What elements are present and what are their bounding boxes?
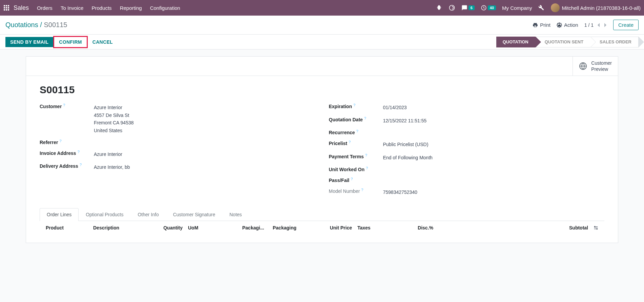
pricelist-label: Pricelist [329, 141, 347, 146]
th-optional-columns[interactable] [591, 225, 601, 230]
th-taxes[interactable]: Taxes [355, 225, 409, 230]
status-quotation-sent[interactable]: QUOTATION SENT [535, 37, 590, 47]
th-unit-price[interactable]: Unit Price [324, 225, 355, 230]
svg-rect-2 [8, 5, 9, 6]
user-name: Mitchell Admin (21870383-16-0-all) [562, 5, 641, 11]
order-lines-table-header: Product Description Quantity UoM Packagi… [40, 221, 604, 235]
svg-rect-3 [4, 7, 5, 8]
support-icon[interactable] [449, 4, 455, 11]
send-by-email-button[interactable]: SEND BY EMAIL [5, 37, 53, 47]
th-uom[interactable]: UoM [185, 225, 240, 230]
activities-icon[interactable]: 40 [481, 4, 496, 11]
record-title: S00115 [40, 84, 604, 96]
recurrence-label: Recurrence [329, 130, 355, 135]
statusbar: QUOTATION QUOTATION SENT SALES ORDER [496, 37, 639, 47]
pager: 1 / 1 [584, 22, 607, 28]
delivery-address-value[interactable]: Azure Interior, bb [94, 163, 130, 171]
debug-icon[interactable] [436, 4, 442, 11]
form-left-column: Customer? Azure Interior 4557 De Silva S… [40, 104, 315, 201]
help-icon[interactable]: ? [63, 103, 65, 107]
expiration-label: Expiration [329, 104, 352, 109]
nav-products[interactable]: Products [91, 5, 111, 11]
svg-rect-6 [4, 9, 5, 11]
quotation-date-value[interactable]: 12/15/2022 11:51:55 [383, 117, 427, 124]
th-disc[interactable]: Disc.% [409, 225, 436, 230]
th-description[interactable]: Description [90, 225, 151, 230]
nav-reporting[interactable]: Reporting [120, 5, 142, 11]
customer-preview-button[interactable]: Customer Preview [573, 57, 618, 76]
messages-icon[interactable]: 6 [461, 4, 475, 11]
apps-icon[interactable] [3, 5, 9, 11]
delivery-address-label: Delivery Address [40, 163, 78, 169]
invoice-address-value[interactable]: Azure Interior [94, 150, 122, 158]
help-icon[interactable]: ? [351, 177, 353, 181]
avatar [551, 3, 560, 12]
form-right-column: Expiration? 01/14/2023 Quotation Date? 1… [329, 104, 605, 201]
user-menu[interactable]: Mitchell Admin (21870383-16-0-all) [551, 3, 641, 12]
action-button[interactable]: Action [557, 22, 578, 28]
customer-preview-label-1: Customer [591, 60, 612, 66]
pricelist-value[interactable]: Public Pricelist (USD) [383, 141, 429, 148]
model-number-value[interactable]: 7598342752340 [383, 188, 417, 196]
status-quotation[interactable]: QUOTATION [496, 37, 535, 47]
help-icon[interactable]: ? [366, 166, 368, 170]
payment-terms-label: Payment Terms [329, 154, 364, 159]
breadcrumb: Quotations / S00115 [5, 21, 67, 29]
tab-customer-signature[interactable]: Customer Signature [166, 208, 223, 221]
confirm-button[interactable]: CONFIRM [53, 36, 87, 48]
help-icon[interactable]: ? [361, 188, 363, 192]
nav-to-invoice[interactable]: To Invoice [61, 5, 84, 11]
tab-notes[interactable]: Notes [222, 208, 249, 221]
expiration-value[interactable]: 01/14/2023 [383, 104, 407, 111]
create-button[interactable]: Create [613, 20, 639, 30]
th-quantity[interactable]: Quantity [151, 225, 185, 230]
messages-badge: 6 [469, 5, 475, 10]
control-panel: Quotations / S00115 Print Action 1 / 1 C… [0, 16, 644, 35]
help-icon[interactable]: ? [353, 103, 355, 107]
notebook-tabs: Order Lines Optional Products Other Info… [40, 208, 604, 221]
breadcrumb-root[interactable]: Quotations [5, 21, 38, 28]
payment-terms-value[interactable]: End of Following Month [383, 154, 433, 161]
referrer-label: Referrer [40, 140, 58, 145]
pager-value[interactable]: 1 / 1 [584, 22, 594, 28]
tab-other-info[interactable]: Other Info [130, 208, 166, 221]
th-product[interactable]: Product [43, 225, 90, 230]
help-icon[interactable]: ? [59, 139, 61, 143]
company-selector[interactable]: My Company [502, 5, 532, 11]
svg-rect-1 [6, 5, 7, 6]
tab-optional-products[interactable]: Optional Products [79, 208, 130, 221]
th-packaging[interactable]: Packaging [270, 225, 324, 230]
pager-next-icon[interactable] [604, 23, 607, 27]
svg-rect-5 [8, 7, 9, 8]
customer-preview-label-2: Preview [591, 66, 612, 72]
help-icon[interactable]: ? [80, 163, 82, 167]
status-sales-order[interactable]: SALES ORDER [590, 37, 639, 47]
help-icon[interactable]: ? [78, 150, 80, 154]
help-icon[interactable]: ? [365, 153, 367, 157]
help-icon[interactable]: ? [349, 140, 351, 144]
customer-label: Customer [40, 104, 62, 109]
app-brand[interactable]: Sales [14, 4, 29, 12]
model-number-label: Model Number [329, 188, 360, 194]
invoice-address-label: Invoice Address [40, 150, 76, 156]
pager-prev-icon[interactable] [597, 23, 600, 27]
nav-configuration[interactable]: Configuration [150, 5, 180, 11]
svg-rect-4 [6, 7, 7, 8]
nav-orders[interactable]: Orders [37, 5, 53, 11]
statusbar-row: SEND BY EMAIL CONFIRM CANCEL QUOTATION Q… [0, 35, 644, 49]
svg-point-9 [449, 5, 454, 11]
customer-value[interactable]: Azure Interior 4557 De Silva St Fremont … [94, 104, 134, 134]
th-subtotal[interactable]: Subtotal [543, 225, 591, 230]
svg-point-11 [559, 24, 560, 26]
print-button[interactable]: Print [533, 22, 550, 28]
cancel-button[interactable]: CANCEL [88, 37, 118, 47]
svg-rect-0 [4, 5, 5, 6]
passfail-label: Pass/Fail [329, 178, 350, 183]
breadcrumb-current: S00115 [44, 21, 67, 28]
th-packagi[interactable]: Packagi... [240, 225, 270, 230]
tools-icon[interactable] [538, 4, 545, 11]
help-icon[interactable]: ? [356, 129, 358, 133]
help-icon[interactable]: ? [364, 116, 366, 120]
globe-icon [579, 62, 587, 70]
tab-order-lines[interactable]: Order Lines [40, 208, 79, 221]
